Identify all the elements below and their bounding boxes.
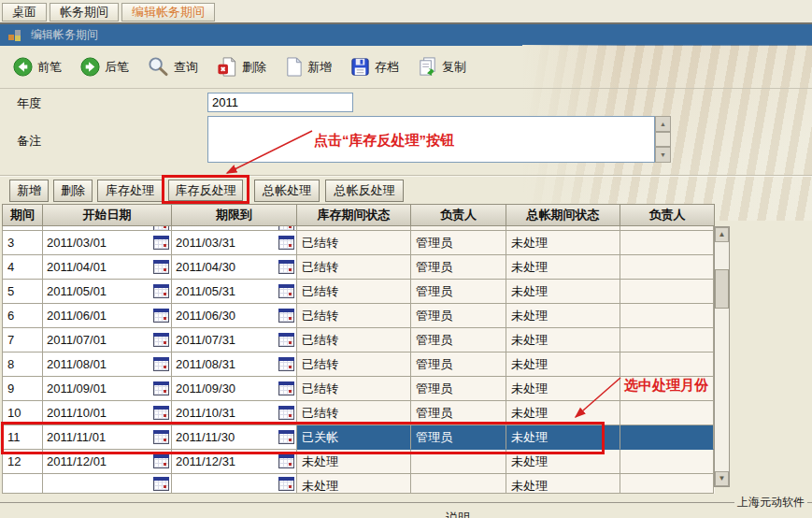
cell-gl-owner[interactable]	[620, 377, 714, 401]
cell-end-date[interactable]: 2011/05/31	[172, 280, 297, 304]
calendar-icon[interactable]	[153, 454, 169, 468]
scroll-up-icon[interactable]: ▲	[715, 227, 729, 242]
cell-start-date[interactable]	[43, 474, 172, 494]
scrollbar-thumb[interactable]	[715, 269, 729, 309]
cell-gl-status[interactable]: 未处理	[506, 328, 620, 353]
cell-start-date[interactable]: 2011/03/01	[43, 231, 172, 255]
delete-button[interactable]: 删除	[216, 56, 266, 78]
cell-start-date[interactable]: 2011/07/01	[43, 328, 172, 353]
cell-gl-status[interactable]: 未处理	[506, 377, 620, 401]
cell-period[interactable]: 12	[3, 450, 43, 474]
cell-start-date[interactable]: 2011/11/01	[43, 425, 172, 450]
cell-start-date[interactable]: 2011/05/01	[43, 280, 172, 304]
cell-gl-owner[interactable]	[620, 231, 714, 255]
cell-inventory-status[interactable]: 已结转	[297, 280, 411, 304]
cell-inventory-owner[interactable]: 管理员	[411, 401, 506, 425]
year-input[interactable]	[207, 93, 353, 112]
scroll-down-icon[interactable]: ▼	[715, 471, 729, 486]
calendar-icon[interactable]	[153, 381, 169, 396]
cell-start-date[interactable]: 2011/06/01	[43, 304, 172, 328]
table-row[interactable]: 9 2011/09/01 2011/09/30 已结转 管理员 未处理	[3, 377, 715, 401]
cell-end-date[interactable]: 2011/03/31	[172, 231, 297, 255]
cell-period[interactable]: 3	[3, 231, 43, 255]
calendar-icon[interactable]	[153, 236, 169, 250]
table-row[interactable]: 未处理 未处理	[3, 474, 715, 494]
cell-gl-status[interactable]: 未处理	[506, 474, 620, 494]
header-gl-owner[interactable]: 负责人	[620, 205, 714, 225]
cell-period[interactable]: 9	[3, 377, 43, 401]
calendar-icon[interactable]	[153, 357, 169, 371]
calendar-icon[interactable]	[278, 284, 294, 298]
calendar-icon[interactable]	[153, 333, 169, 347]
calendar-icon[interactable]	[278, 260, 294, 274]
calendar-icon[interactable]	[278, 309, 294, 323]
cell-inventory-status[interactable]: 已关帐	[297, 425, 411, 450]
gl-reverse-button[interactable]: 总帐反处理	[325, 180, 404, 202]
cell-period[interactable]: 4	[3, 255, 43, 280]
cell-period[interactable]	[3, 474, 43, 494]
table-row[interactable]: 3 2011/03/01 2011/03/31 已结转 管理员 未处理	[3, 231, 715, 255]
cell-gl-owner[interactable]	[620, 450, 714, 474]
calendar-icon[interactable]	[153, 284, 169, 298]
tab-accounting-period[interactable]: 帐务期间	[50, 3, 119, 22]
cell-gl-owner[interactable]	[620, 255, 714, 280]
cell-gl-status[interactable]: 未处理	[506, 231, 620, 255]
search-button[interactable]: 查询	[147, 56, 198, 78]
cell-period[interactable]: 11	[3, 425, 43, 450]
cell-inventory-status[interactable]: 已结转	[297, 304, 411, 328]
cell-start-date[interactable]: 2011/10/01	[43, 401, 172, 425]
cell-inventory-owner[interactable]: 管理员	[411, 255, 506, 280]
header-start-date[interactable]: 开始日期	[43, 205, 172, 225]
scroll-down-icon[interactable]: ▼	[655, 147, 671, 163]
cell-gl-owner[interactable]	[620, 304, 714, 328]
table-row[interactable]: 5 2011/05/01 2011/05/31 已结转 管理员 未处理	[3, 280, 715, 304]
cell-gl-owner[interactable]	[620, 425, 714, 450]
cell-end-date[interactable]: 2011/07/31	[172, 328, 297, 353]
cell-end-date[interactable]: 2011/11/30	[172, 425, 297, 450]
cell-inventory-owner[interactable]: 管理员	[411, 353, 506, 377]
cell-inventory-status[interactable]: 已结转	[297, 377, 411, 401]
cell-gl-status[interactable]: 未处理	[506, 304, 620, 328]
cell-inventory-owner[interactable]	[411, 450, 506, 474]
cell-start-date[interactable]: 2011/12/01	[43, 450, 172, 474]
header-inventory-status[interactable]: 库存期间状态	[297, 205, 411, 225]
cell-gl-status[interactable]: 未处理	[506, 255, 620, 280]
cell-gl-status[interactable]: 未处理	[506, 401, 620, 425]
inventory-reverse-button[interactable]: 库存反处理	[168, 180, 243, 201]
cell-period[interactable]: 5	[3, 280, 43, 304]
calendar-icon[interactable]	[278, 236, 294, 250]
table-scrollbar[interactable]: ▲ ▼	[714, 226, 730, 487]
save-button[interactable]: 存档	[349, 56, 399, 78]
copy-button[interactable]: 复制	[417, 56, 466, 78]
cell-end-date[interactable]: 2011/08/31	[172, 353, 297, 377]
table-row[interactable]: 6 2011/06/01 2011/06/30 已结转 管理员 未处理	[3, 304, 715, 328]
cell-inventory-owner[interactable]: 管理员	[411, 425, 506, 450]
cell-period[interactable]: 6	[3, 304, 43, 328]
cell-end-date[interactable]	[172, 474, 297, 494]
table-row[interactable]: 11 2011/11/01 2011/11/30 已关帐 管理员 未处理	[3, 425, 715, 450]
cell-inventory-owner[interactable]: 管理员	[411, 304, 506, 328]
cell-end-date[interactable]: 2011/12/31	[172, 450, 297, 474]
cell-gl-owner[interactable]	[620, 328, 714, 353]
header-period[interactable]: 期间	[3, 205, 43, 225]
grid-delete-button[interactable]: 删除	[53, 180, 93, 202]
remark-scrollbar[interactable]: ▲ ▼	[655, 116, 671, 163]
table-row[interactable]: 10 2011/10/01 2011/10/31 已结转 管理员 未处理	[3, 401, 715, 425]
tab-edit-accounting-period[interactable]: 编辑帐务期间	[121, 3, 215, 22]
calendar-icon[interactable]	[278, 357, 294, 371]
cell-inventory-status[interactable]: 已结转	[297, 231, 411, 255]
cell-inventory-status[interactable]: 未处理	[297, 474, 411, 494]
cell-inventory-owner[interactable]	[411, 474, 506, 494]
cell-end-date[interactable]: 2011/04/30	[172, 255, 297, 280]
calendar-icon[interactable]	[278, 430, 294, 444]
table-row[interactable]: 12 2011/12/01 2011/12/31 未处理 未处理	[3, 450, 715, 474]
cell-inventory-owner[interactable]: 管理员	[411, 231, 506, 255]
cell-period[interactable]: 10	[3, 401, 43, 425]
remark-textarea[interactable]	[207, 116, 655, 163]
cell-inventory-status[interactable]: 已结转	[297, 255, 411, 280]
cell-gl-owner[interactable]	[620, 353, 714, 377]
cell-start-date[interactable]: 2011/09/01	[43, 377, 172, 401]
cell-gl-status[interactable]: 未处理	[506, 280, 620, 304]
cell-gl-status[interactable]: 未处理	[506, 425, 620, 450]
cell-end-date[interactable]: 2011/10/31	[172, 401, 297, 425]
